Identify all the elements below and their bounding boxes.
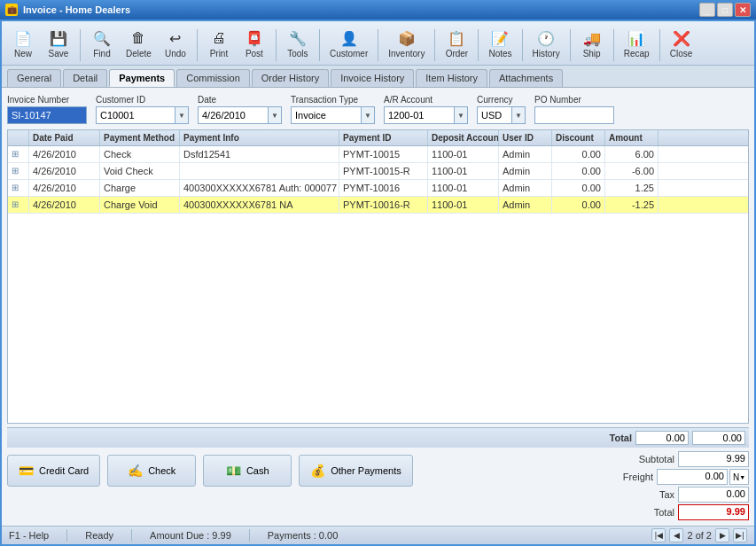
row-info bbox=[180, 163, 339, 179]
tool-btn-customer[interactable]: 👤Customer bbox=[325, 25, 372, 61]
find-icon: 🔍 bbox=[91, 27, 113, 49]
inventory-icon: 📦 bbox=[396, 27, 417, 49]
tools-icon: 🔧 bbox=[287, 27, 308, 49]
row-user-id: Admin bbox=[499, 180, 552, 196]
ready-text: Ready bbox=[85, 530, 113, 541]
tool-btn-tools[interactable]: 🔧Tools bbox=[282, 25, 314, 61]
po-number-input[interactable] bbox=[534, 106, 614, 124]
first-page-button[interactable]: |◀ bbox=[651, 528, 666, 542]
sep-after-ship bbox=[613, 29, 614, 61]
maximize-button[interactable]: □ bbox=[717, 3, 733, 17]
tool-btn-inventory[interactable]: 📦Inventory bbox=[384, 25, 429, 61]
minimize-button[interactable]: _ bbox=[699, 3, 715, 17]
tool-btn-print[interactable]: 🖨Print bbox=[203, 25, 235, 61]
row-method: Void Check bbox=[100, 163, 180, 179]
currency-dropdown[interactable]: ▼ bbox=[511, 106, 526, 124]
row-user-id: Admin bbox=[499, 163, 552, 179]
invoice-number-group: Invoice Number bbox=[7, 95, 87, 124]
tool-btn-post[interactable]: 📮Post bbox=[238, 25, 270, 61]
row-info: 400300XXXXXX6781 Auth: 000077 bbox=[180, 180, 339, 196]
tab-invoice-history[interactable]: Invoice History bbox=[331, 69, 414, 87]
customer-id-input[interactable] bbox=[96, 106, 175, 124]
other-payments-button[interactable]: 💰 Other Payments bbox=[299, 455, 412, 487]
th-icon bbox=[8, 130, 29, 145]
tab-detail[interactable]: Detail bbox=[63, 69, 107, 87]
save-icon: 💾 bbox=[48, 27, 69, 49]
table-row[interactable]: ⊞ 4/26/2010 Charge 400300XXXXXX6781 Auth… bbox=[8, 180, 748, 197]
tool-btn-order[interactable]: 📋Order bbox=[440, 25, 472, 61]
th-payment-id: Payment ID bbox=[339, 130, 428, 145]
page-info: 2 of 2 bbox=[687, 530, 712, 541]
tab-order-history[interactable]: Order History bbox=[252, 69, 329, 87]
freight-label: Freight bbox=[600, 472, 653, 482]
row-payment-id: PYMT-10016-R bbox=[339, 197, 428, 213]
ar-account-input[interactable] bbox=[384, 106, 455, 124]
check-button[interactable]: ✍ Check bbox=[107, 455, 196, 487]
payments-text: Payments : 0.00 bbox=[268, 530, 339, 541]
tab-item-history[interactable]: Item History bbox=[416, 69, 487, 87]
close-window-button[interactable]: ✕ bbox=[735, 3, 751, 17]
tool-btn-ship[interactable]: 🚚Ship bbox=[576, 25, 608, 61]
row-amount: 6.00 bbox=[605, 146, 659, 162]
row-amount: 1.25 bbox=[605, 180, 659, 196]
row-discount: 0.00 bbox=[552, 197, 605, 213]
tax-label: Tax bbox=[621, 489, 674, 500]
tool-btn-save[interactable]: 💾Save bbox=[43, 25, 74, 61]
cash-button[interactable]: 💵 Cash bbox=[203, 455, 292, 487]
table-row[interactable]: ⊞ 4/26/2010 Charge Void 400300XXXXXX6781… bbox=[8, 197, 748, 214]
next-page-button[interactable]: ▶ bbox=[715, 528, 729, 542]
tab-attachments[interactable]: Attachments bbox=[489, 69, 563, 87]
tool-btn-delete[interactable]: 🗑Delete bbox=[121, 25, 156, 61]
freight-row: Freight 0.00 N▼ bbox=[554, 469, 749, 485]
status-sep-3 bbox=[249, 529, 250, 542]
tool-btn-close[interactable]: ❌Close bbox=[666, 25, 698, 61]
subtotal-row: Subtotal 9.99 bbox=[554, 451, 749, 467]
tab-payments[interactable]: Payments bbox=[109, 69, 175, 87]
date-dropdown[interactable]: ▼ bbox=[268, 106, 282, 124]
row-icon: ⊞ bbox=[8, 146, 29, 162]
currency-input[interactable] bbox=[477, 106, 512, 124]
tool-btn-new[interactable]: 📄New bbox=[7, 25, 39, 61]
prev-page-button[interactable]: ◀ bbox=[669, 528, 683, 542]
subtotal-value: 9.99 bbox=[678, 451, 749, 467]
last-page-button[interactable]: ▶| bbox=[733, 528, 747, 542]
invoice-number-input[interactable] bbox=[7, 106, 87, 124]
tool-btn-notes[interactable]: 📝Notes bbox=[484, 25, 516, 61]
freight-input-group: 0.00 N▼ bbox=[657, 469, 749, 485]
cash-icon: 💵 bbox=[226, 464, 241, 478]
date-input[interactable] bbox=[198, 106, 269, 124]
transaction-type-input[interactable] bbox=[291, 106, 362, 124]
row-method: Charge Void bbox=[100, 197, 180, 213]
cash-label: Cash bbox=[246, 465, 269, 476]
tab-general[interactable]: General bbox=[7, 69, 61, 87]
transaction-type-dropdown[interactable]: ▼ bbox=[361, 106, 375, 124]
sep-after-recap bbox=[659, 29, 660, 61]
row-amount: -6.00 bbox=[605, 163, 659, 179]
other-payments-label: Other Payments bbox=[331, 465, 401, 476]
new-icon: 📄 bbox=[12, 27, 34, 49]
credit-card-icon: 💳 bbox=[19, 464, 34, 478]
table-row[interactable]: ⊞ 4/26/2010 Void Check PYMT-10015-R 1100… bbox=[8, 163, 748, 180]
tool-btn-undo[interactable]: ↩Undo bbox=[160, 25, 191, 61]
row-discount: 0.00 bbox=[552, 180, 605, 196]
ar-account-dropdown[interactable]: ▼ bbox=[454, 106, 468, 124]
payment-buttons-group: 💳 Credit Card ✍ Check 💵 Cash 💰 Other Pay… bbox=[7, 451, 545, 490]
freight-select[interactable]: N▼ bbox=[729, 469, 749, 485]
row-icon: ⊞ bbox=[8, 197, 29, 213]
row-payment-id: PYMT-10015-R bbox=[339, 163, 428, 179]
tool-btn-recap[interactable]: 📊Recap bbox=[620, 25, 654, 61]
subtotal-label: Subtotal bbox=[621, 454, 674, 464]
th-user-id: User ID bbox=[499, 130, 552, 145]
table-row[interactable]: ⊞ 4/26/2010 Check Dsfd12541 PYMT-10015 1… bbox=[8, 146, 748, 163]
credit-card-button[interactable]: 💳 Credit Card bbox=[7, 455, 100, 487]
customer-id-dropdown[interactable]: ▼ bbox=[175, 106, 189, 124]
tab-commission[interactable]: Commission bbox=[176, 69, 250, 87]
row-deposit-account: 1100-01 bbox=[428, 146, 499, 162]
tool-btn-history[interactable]: 🕐History bbox=[528, 25, 565, 61]
status-sep-1 bbox=[66, 529, 67, 542]
sep-after-customer bbox=[378, 29, 378, 61]
row-icon: ⊞ bbox=[8, 180, 29, 196]
po-number-label: PO Number bbox=[534, 95, 614, 105]
date-group: Date ▼ bbox=[198, 95, 282, 124]
tool-btn-find[interactable]: 🔍Find bbox=[86, 25, 118, 61]
